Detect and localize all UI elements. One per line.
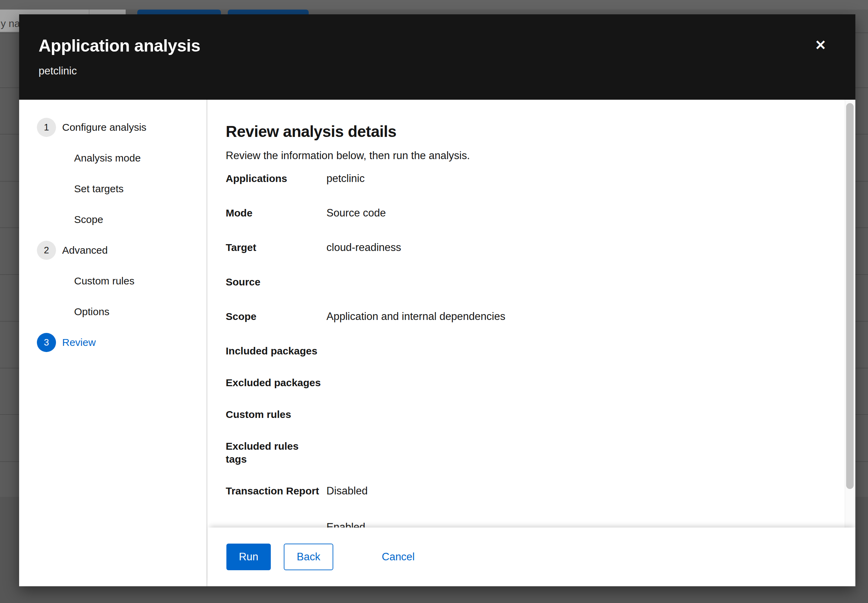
wizard-step-label: Options [74, 306, 109, 317]
review-field-row: Applications petclinic [226, 172, 814, 185]
close-icon[interactable]: ✕ [811, 36, 830, 55]
review-field-value [326, 376, 814, 389]
review-field-value: cloud-readiness [326, 241, 814, 254]
wizard-step-label: Advanced [62, 244, 108, 256]
wizard-step-label: Configure analysis [62, 122, 147, 133]
review-field-row: Custom rules [226, 408, 814, 421]
review-field-row: Excluded rules tags [226, 440, 814, 466]
wizard-footer: Run Back Cancel [208, 527, 856, 586]
review-field-row: Included packages [226, 345, 814, 357]
review-field-label: Excluded packages [226, 376, 326, 389]
review-field-row: Enabled [226, 521, 814, 527]
review-field-label [226, 521, 326, 527]
review-field-label: Mode [226, 207, 326, 220]
wizard-step-label: Analysis mode [74, 152, 141, 164]
review-field-value: Source code [326, 207, 814, 220]
backdrop-filter-text-fragment: y na [1, 18, 20, 29]
review-field-value [326, 440, 814, 466]
review-field-label: Target [226, 241, 326, 254]
review-field-label: Transaction Report [226, 484, 326, 498]
wizard-step-item[interactable]: 2 Advanced [37, 235, 207, 266]
backdrop-top-bar [0, 0, 868, 9]
review-field-value: Disabled [326, 484, 814, 498]
review-field-label: Included packages [226, 345, 326, 357]
cancel-button[interactable]: Cancel [382, 551, 415, 563]
wizard-step-item[interactable]: Analysis mode [37, 143, 207, 173]
wizard-step-label: Scope [74, 214, 103, 225]
step-number-badge: 2 [37, 241, 56, 260]
modal-body: 1 Configure analysis Analysis mode Set t… [19, 100, 856, 586]
step-number-badge: 1 [37, 118, 56, 137]
wizard-step-label: Review [62, 337, 96, 348]
review-field-label: Scope [226, 310, 326, 323]
review-scroll-area[interactable]: Review analysis details Review the infor… [207, 100, 856, 527]
review-field-row: Scope Application and internal dependenc… [226, 310, 814, 323]
review-field-label: Source [226, 275, 326, 289]
modal-header: Application analysis petclinic ✕ [19, 14, 856, 100]
review-field-label: Applications [226, 172, 326, 185]
review-field-value: Application and internal dependencies [326, 310, 814, 323]
review-field-label: Custom rules [226, 408, 326, 421]
review-field-value: Enabled [326, 521, 814, 527]
wizard-step-item[interactable]: Options [37, 296, 207, 327]
wizard-step-list: 1 Configure analysis Analysis mode Set t… [37, 112, 207, 358]
review-field-row: Transaction Report Disabled [226, 484, 814, 498]
wizard-content: Review analysis details Review the infor… [207, 100, 856, 586]
review-field-row: Target cloud-readiness [226, 241, 814, 254]
review-field-row: Excluded packages [226, 376, 814, 389]
review-field-value [326, 275, 814, 289]
back-button[interactable]: Back [284, 544, 333, 570]
modal-title: Application analysis [39, 36, 856, 55]
review-field-value [326, 345, 814, 357]
wizard-step-item[interactable]: 1 Configure analysis [37, 112, 207, 143]
run-button[interactable]: Run [226, 544, 271, 570]
wizard-step-item[interactable]: Set targets [37, 173, 207, 204]
wizard-step-label: Custom rules [74, 275, 134, 287]
review-field-label: Excluded rules tags [226, 440, 326, 466]
wizard-step-label: Set targets [74, 183, 124, 195]
review-heading: Review analysis details [226, 122, 814, 141]
review-field-row: Mode Source code [226, 207, 814, 220]
wizard-step-item[interactable]: 3 Review [37, 327, 207, 358]
step-number-badge: 3 [37, 333, 56, 352]
review-field-row: Source [226, 275, 814, 289]
wizard-step-item[interactable]: Custom rules [37, 266, 207, 296]
review-field-list: Applications petclinic Mode Source code … [226, 172, 814, 527]
scrollbar-thumb[interactable] [846, 103, 854, 489]
review-field-value: petclinic [326, 172, 814, 185]
wizard-nav: 1 Configure analysis Analysis mode Set t… [19, 100, 207, 586]
review-field-value [326, 408, 814, 421]
wizard-step-item[interactable]: Scope [37, 204, 207, 235]
application-analysis-modal: Application analysis petclinic ✕ 1 Confi… [19, 14, 856, 586]
modal-subtitle: petclinic [39, 65, 856, 77]
review-description: Review the information below, then run t… [226, 149, 814, 162]
scrollbar-track[interactable] [845, 100, 855, 527]
